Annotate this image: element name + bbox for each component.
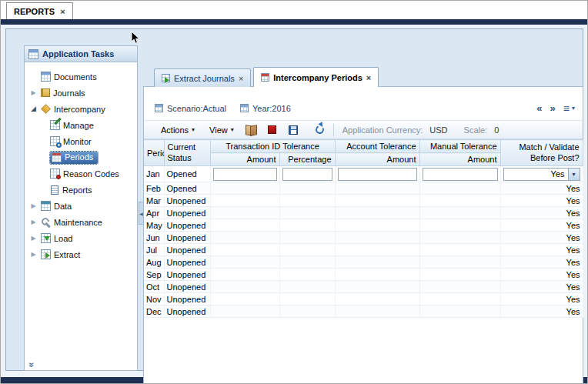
table-row-may: May Unopened Yes — [144, 219, 583, 232]
chevron-down-icon: ▾ — [192, 126, 195, 133]
pov-bar: Scenario:Actual Year:2016 « » ≡ ▾ — [144, 87, 583, 121]
menu-button[interactable]: ≡ ▾ — [563, 102, 575, 115]
match-validate-value: Yes — [500, 195, 583, 207]
scale-value: 0 — [494, 125, 499, 135]
match-validate-value: Yes — [500, 306, 583, 318]
sidebar-item-reason-codes[interactable]: Reason Codes — [27, 165, 135, 182]
chevron-right-icon[interactable]: ▶ — [29, 252, 38, 258]
load-icon — [41, 233, 51, 243]
refresh-button[interactable] — [312, 122, 328, 137]
panel-title: Application Tasks — [42, 49, 114, 58]
sidebar-item-periods[interactable]: Periods — [27, 149, 135, 165]
close-periods-button[interactable] — [265, 122, 280, 137]
sidebar-item-data[interactable]: ▶ Data — [27, 198, 135, 214]
chevron-right-icon[interactable]: ▶ — [29, 203, 38, 209]
reports-icon — [51, 185, 58, 195]
chevron-expanded-icon[interactable]: ◢ — [29, 105, 38, 112]
top-accent-bar — [1, 19, 587, 25]
red-square-icon — [268, 125, 276, 134]
match-validate-value: Yes — [500, 182, 583, 195]
actions-menu-button[interactable]: Actions ▾ — [156, 123, 199, 137]
floppy-disk-icon — [289, 125, 298, 135]
tab-extract-journals[interactable]: Extract Journals × — [154, 68, 251, 87]
workspace: Application Tasks Documents ▶ Journals ◢… — [1, 25, 587, 377]
table-row-mar: Mar Unopened Yes — [144, 195, 583, 207]
tasks-tree: Documents ▶ Journals ◢ Intercompany Mana… — [25, 62, 137, 358]
monitor-icon — [50, 136, 60, 146]
sidebar-item-monitor[interactable]: Monitor — [27, 133, 135, 149]
sidebar-item-extract[interactable]: ▶ Extract — [27, 246, 135, 262]
close-icon[interactable]: × — [239, 74, 243, 83]
table-row-sep: Sep Unopened Yes — [144, 269, 583, 281]
document-tabs: Extract Journals × Intercompany Periods … — [154, 67, 379, 87]
col-header-manual-tolerance: Manual Tolerance — [419, 140, 500, 153]
match-validate-value: Yes — [500, 244, 583, 256]
table-row-oct: Oct Unopened Yes — [144, 281, 583, 293]
match-validate-value: Yes — [500, 293, 583, 306]
scale-label: Scale: — [464, 125, 488, 135]
sidebar-item-maintenance[interactable]: ▶ Maintenance — [27, 214, 135, 230]
reason-codes-icon — [50, 169, 60, 179]
close-icon[interactable]: × — [60, 7, 65, 16]
table-row-feb: Feb Opened Yes — [144, 182, 583, 195]
col-header-current-status: Current Status — [164, 140, 210, 166]
transaction-amount-input[interactable] — [213, 168, 277, 181]
tasks-list-icon — [28, 49, 38, 59]
col-header-transaction-amount: Amount — [210, 153, 279, 166]
reports-tab[interactable]: REPORTS × — [6, 2, 73, 19]
manage-icon — [50, 120, 60, 130]
open-periods-button[interactable] — [244, 122, 259, 137]
chevron-down-icon[interactable]: ▾ — [568, 169, 580, 180]
tab-intercompany-periods[interactable]: Intercompany Periods × — [253, 67, 379, 87]
next-icon[interactable]: » — [550, 102, 556, 114]
selected-item-highlight: Periods — [50, 152, 98, 164]
chevron-right-icon[interactable]: ▶ — [29, 235, 38, 242]
application-tasks-panel: Application Tasks Documents ▶ Journals ◢… — [24, 45, 138, 371]
sidebar-footer: » — [25, 358, 137, 370]
chevron-right-icon[interactable]: ▶ — [29, 219, 38, 225]
data-icon — [41, 201, 51, 211]
pov-year[interactable]: Year:2016 — [240, 104, 291, 113]
save-button[interactable] — [286, 122, 301, 137]
col-header-manual-amount: Amount — [419, 153, 500, 166]
close-icon[interactable]: × — [366, 73, 371, 82]
sidebar-item-load[interactable]: ▶ Load — [27, 230, 135, 246]
chevron-right-icon[interactable]: ▶ — [29, 90, 38, 96]
status-cell: Opened — [164, 166, 210, 182]
pov-controls: « » ≡ ▾ — [536, 102, 575, 115]
sidebar-item-manage[interactable]: Manage — [27, 117, 135, 133]
hamburger-icon: ≡ — [563, 102, 570, 115]
match-validate-select[interactable]: Yes ▾ — [503, 168, 580, 181]
sidebar-item-journals[interactable]: ▶ Journals — [27, 85, 135, 101]
table-row-apr: Apr Unopened Yes — [144, 207, 583, 219]
match-validate-value: Yes — [500, 269, 583, 281]
transaction-percentage-input[interactable] — [282, 168, 332, 181]
chevron-down-icon: ▾ — [572, 105, 575, 112]
previous-icon[interactable]: « — [536, 102, 542, 114]
match-validate-value: Yes — [500, 232, 583, 244]
pov-scenario[interactable]: Scenario:Actual — [155, 104, 226, 113]
journals-icon — [41, 88, 50, 97]
match-validate-value: Yes — [500, 256, 583, 269]
application-currency-label: Application Currency: — [342, 125, 423, 135]
intercompany-periods-tab-icon — [261, 73, 269, 82]
documents-icon — [41, 72, 51, 82]
intercompany-periods-page: Scenario:Actual Year:2016 « » ≡ ▾ — [143, 86, 583, 384]
collapse-panel-icon[interactable]: » — [28, 362, 35, 368]
sidebar-item-reports[interactable]: Reports — [27, 182, 135, 198]
account-amount-input[interactable] — [338, 168, 417, 181]
toolbar-separator — [333, 124, 334, 136]
col-header-account-amount: Amount — [335, 153, 419, 166]
year-dimension-icon — [240, 104, 249, 112]
refresh-icon — [315, 124, 326, 135]
table-row-jul: Jul Unopened Yes — [144, 244, 583, 256]
sidebar-item-documents[interactable]: Documents — [27, 68, 135, 85]
view-menu-button[interactable]: View ▾ — [205, 123, 239, 137]
col-header-transaction-id-tolerance: Transaction ID Tolerance — [210, 140, 335, 153]
col-header-transaction-percentage: Percentage — [279, 153, 335, 166]
manual-amount-input[interactable] — [423, 168, 498, 181]
reports-tab-label: REPORTS — [14, 7, 55, 16]
application-currency-value: USD — [429, 125, 447, 135]
match-validate-value: Yes — [500, 281, 583, 293]
sidebar-item-intercompany[interactable]: ◢ Intercompany — [27, 101, 135, 117]
